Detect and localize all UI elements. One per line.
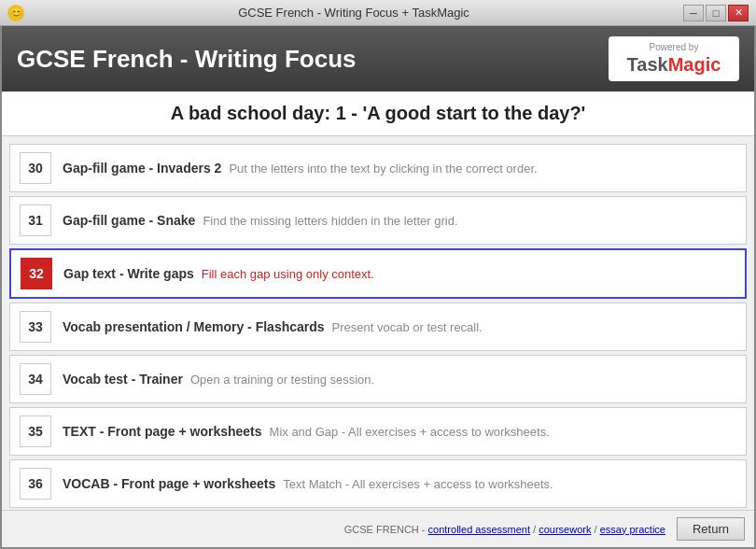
powered-by-label: Powered by bbox=[618, 42, 730, 52]
item-content: Vocab presentation / Memory - Flashcards… bbox=[63, 319, 736, 334]
item-number: 31 bbox=[20, 204, 51, 236]
footer-static-text: GCSE FRENCH - bbox=[344, 524, 428, 535]
item-number: 35 bbox=[20, 415, 51, 447]
item-desc: Open a training or testing session. bbox=[190, 373, 374, 387]
controlled-assessment-link[interactable]: controlled assessment bbox=[428, 524, 530, 535]
header-title: GCSE French - Writing Focus bbox=[17, 45, 357, 74]
list-item[interactable]: 33Vocab presentation / Memory - Flashcar… bbox=[9, 303, 747, 351]
item-content: Vocab test - TrainerOpen a training or t… bbox=[63, 372, 736, 387]
item-number: 36 bbox=[20, 468, 51, 500]
magic-part: Magic bbox=[668, 54, 721, 75]
item-content: VOCAB - Front page + worksheetsText Matc… bbox=[63, 476, 736, 491]
item-desc: Find the missing letters hidden in the l… bbox=[203, 214, 457, 228]
item-desc: Put the letters into the text by clickin… bbox=[229, 162, 537, 176]
item-title: Gap-fill game - Invaders 2 bbox=[63, 161, 221, 176]
section-heading: A bad school day: 1 - 'A good start to t… bbox=[2, 92, 754, 136]
coursework-link[interactable]: coursework bbox=[539, 524, 591, 535]
footer-text: GCSE FRENCH - controlled assessment / co… bbox=[344, 524, 665, 535]
item-desc: Mix and Gap - All exercises + access to … bbox=[270, 425, 550, 439]
item-content: Gap text - Write gapsFill each gap using… bbox=[63, 266, 735, 281]
footer: GCSE FRENCH - controlled assessment / co… bbox=[2, 510, 754, 547]
restore-button[interactable]: □ bbox=[706, 5, 726, 21]
window-icon: 😊 bbox=[7, 5, 24, 21]
item-title: Vocab presentation / Memory - Flashcards bbox=[63, 319, 325, 334]
task-part: Task bbox=[627, 54, 668, 75]
main-window: GCSE French - Writing Focus Powered by T… bbox=[0, 26, 756, 549]
titlebar: 😊 GCSE French - Writing Focus + TaskMagi… bbox=[0, 0, 756, 26]
item-title: TEXT - Front page + worksheets bbox=[63, 424, 262, 439]
essay-practice-link[interactable]: essay practice bbox=[600, 524, 665, 535]
taskmagic-text: TaskMagic bbox=[627, 54, 721, 75]
list-item[interactable]: 34Vocab test - TrainerOpen a training or… bbox=[9, 355, 747, 403]
item-desc: Present vocab or test recall. bbox=[332, 320, 483, 334]
list-item[interactable]: 36VOCAB - Front page + worksheetsText Ma… bbox=[9, 459, 747, 508]
return-button[interactable]: Return bbox=[677, 517, 745, 541]
item-content: Gap-fill game - Invaders 2Put the letter… bbox=[63, 161, 736, 176]
item-desc: Text Match - All exercises + access to w… bbox=[283, 477, 553, 491]
item-content: Gap-fill game - SnakeFind the missing le… bbox=[63, 213, 736, 228]
minimize-button[interactable]: ─ bbox=[683, 5, 704, 21]
item-number: 30 bbox=[20, 152, 51, 184]
item-title: Gap text - Write gaps bbox=[63, 266, 194, 281]
item-title: Vocab test - Trainer bbox=[63, 372, 183, 387]
item-desc: Fill each gap using only context. bbox=[202, 267, 374, 281]
list-item[interactable]: 31Gap-fill game - SnakeFind the missing … bbox=[9, 196, 747, 245]
item-number: 32 bbox=[21, 258, 52, 289]
list-item[interactable]: 30Gap-fill game - Invaders 2Put the lett… bbox=[9, 144, 747, 192]
item-number: 34 bbox=[20, 363, 51, 395]
header-banner: GCSE French - Writing Focus Powered by T… bbox=[2, 26, 754, 92]
item-title: Gap-fill game - Snake bbox=[63, 213, 195, 228]
item-content: TEXT - Front page + worksheetsMix and Ga… bbox=[63, 424, 736, 439]
content-area: 30Gap-fill game - Invaders 2Put the lett… bbox=[2, 136, 754, 510]
item-title: VOCAB - Front page + worksheets bbox=[63, 476, 275, 491]
list-item[interactable]: 35TEXT - Front page + worksheetsMix and … bbox=[9, 407, 747, 456]
window-controls: ─ □ ✕ bbox=[683, 5, 749, 21]
item-number: 33 bbox=[20, 311, 51, 343]
window-title: GCSE French - Writing Focus + TaskMagic bbox=[238, 6, 469, 20]
items-list[interactable]: 30Gap-fill game - Invaders 2Put the lett… bbox=[2, 136, 754, 510]
list-item[interactable]: 32Gap text - Write gapsFill each gap usi… bbox=[9, 248, 747, 299]
taskmagic-logo: Powered by TaskMagic bbox=[609, 36, 739, 81]
close-button[interactable]: ✕ bbox=[728, 5, 749, 21]
